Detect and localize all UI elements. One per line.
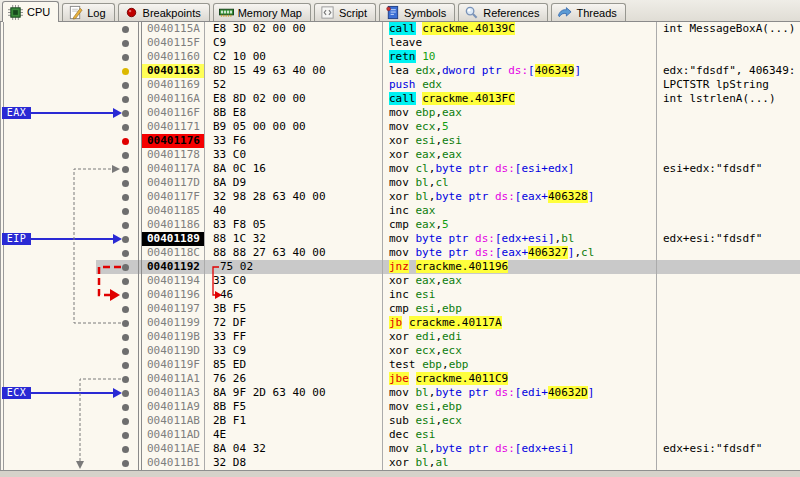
disasm-row[interactable]: 00401160C2 10 00retn 10 <box>0 50 800 64</box>
breakpoint-dot[interactable] <box>122 362 129 369</box>
breakpoint-dot[interactable] <box>122 404 129 411</box>
breakpoint-gutter[interactable] <box>0 162 139 176</box>
disasm-row[interactable]: 0040115AE8 3D 02 00 00call crackme.40139… <box>0 22 800 36</box>
breakpoint-gutter[interactable] <box>0 358 139 372</box>
disasm-row[interactable]: 0040119646inc esi <box>0 288 800 302</box>
breakpoint-dot[interactable] <box>122 26 129 33</box>
disasm-row[interactable]: 004011B132 D8xor bl,al <box>0 456 800 470</box>
breakpoint-gutter[interactable] <box>0 120 139 134</box>
disasm-row[interactable]: 0040116AE8 8D 02 00 00call crackme.4013F… <box>0 92 800 106</box>
disasm-row[interactable]: 0040116F8B E8mov ebp,eax <box>0 106 800 120</box>
breakpoint-gutter[interactable] <box>0 92 139 106</box>
breakpoint-dot[interactable] <box>122 138 129 145</box>
breakpoint-dot[interactable] <box>122 124 129 131</box>
breakpoint-dot[interactable] <box>122 222 129 229</box>
disasm-row[interactable]: 00401171B9 05 00 00 00mov ecx,5 <box>0 120 800 134</box>
breakpoint-gutter[interactable] <box>0 78 139 92</box>
breakpoint-gutter[interactable] <box>0 22 139 36</box>
breakpoint-gutter[interactable] <box>0 36 139 50</box>
breakpoint-dot[interactable] <box>122 460 129 467</box>
disasm-row[interactable]: 004011973B F5cmp esi,ebp <box>0 302 800 316</box>
breakpoint-gutter[interactable] <box>0 302 139 316</box>
disasm-row[interactable]: 0040118C88 88 27 63 40 00mov byte ptr ds… <box>0 246 800 260</box>
breakpoint-gutter[interactable] <box>0 428 139 442</box>
breakpoint-gutter[interactable] <box>0 204 139 218</box>
breakpoint-dot[interactable] <box>122 320 129 327</box>
disasm-row[interactable]: 0040116952push edxLPCTSTR lpString <box>0 78 800 92</box>
breakpoint-gutter[interactable] <box>0 134 139 148</box>
disasm-row[interactable]: 0040117633 F6xor esi,esi <box>0 134 800 148</box>
breakpoint-dot[interactable] <box>122 376 129 383</box>
breakpoint-gutter[interactable] <box>0 442 139 456</box>
tab-symbols[interactable]: Symbols <box>379 3 455 21</box>
breakpoint-gutter[interactable] <box>0 218 139 232</box>
breakpoint-dot[interactable] <box>122 208 129 215</box>
disasm-row[interactable]: 0040118540inc eax <box>0 204 800 218</box>
disasm-row[interactable]: 004011A38A 9F 2D 63 40 00mov bl,byte ptr… <box>0 386 800 400</box>
breakpoint-dot[interactable] <box>122 82 129 89</box>
breakpoint-gutter[interactable] <box>0 176 139 190</box>
breakpoint-dot[interactable] <box>122 180 129 187</box>
breakpoint-dot[interactable] <box>122 264 129 271</box>
disasm-row[interactable]: 0040119433 C0xor eax,eax <box>0 274 800 288</box>
breakpoint-dot[interactable] <box>122 236 129 243</box>
disasm-row[interactable]: 0040117F32 98 28 63 40 00xor bl,byte ptr… <box>0 190 800 204</box>
breakpoint-gutter[interactable] <box>0 288 139 302</box>
tab-cpu[interactable]: CPU <box>2 1 59 22</box>
breakpoint-dot[interactable] <box>122 292 129 299</box>
breakpoint-gutter[interactable] <box>0 64 139 78</box>
breakpoint-dot[interactable] <box>122 54 129 61</box>
disasm-row[interactable]: 0040118683 F8 05cmp eax,5 <box>0 218 800 232</box>
breakpoint-gutter[interactable] <box>0 456 139 470</box>
breakpoint-dot[interactable] <box>122 68 129 75</box>
disasm-row[interactable]: 004011638D 15 49 63 40 00lea edx,dword p… <box>0 64 800 78</box>
breakpoint-gutter[interactable] <box>0 316 139 330</box>
breakpoint-gutter[interactable] <box>0 50 139 64</box>
disasm-row[interactable]: 0040119F85 EDtest ebp,ebp <box>0 358 800 372</box>
breakpoint-dot[interactable] <box>122 446 129 453</box>
breakpoint-dot[interactable] <box>122 306 129 313</box>
breakpoint-gutter[interactable] <box>0 148 139 162</box>
breakpoint-gutter[interactable] <box>0 260 139 274</box>
tab-breakpoints[interactable]: Breakpoints <box>118 3 210 21</box>
breakpoint-dot[interactable] <box>122 278 129 285</box>
disasm-row[interactable]: 0040119B33 FFxor edi,edi <box>0 330 800 344</box>
breakpoint-gutter[interactable] <box>0 344 139 358</box>
disasm-row[interactable]: 0040118988 1C 32mov byte ptr ds:[edx+esi… <box>0 232 800 246</box>
breakpoint-dot[interactable] <box>122 390 129 397</box>
disasm-row[interactable]: 0040117A8A 0C 16mov cl,byte ptr ds:[esi+… <box>0 162 800 176</box>
disasm-row[interactable]: 0040119972 DFjb crackme.40117A <box>0 316 800 330</box>
breakpoint-dot[interactable] <box>122 334 129 341</box>
disasm-row[interactable]: 004011AE8A 04 32mov al,byte ptr ds:[edx+… <box>0 442 800 456</box>
tab-memory-map[interactable]: Memory Map <box>213 3 311 21</box>
tab-log[interactable]: Log <box>62 3 114 21</box>
breakpoint-dot[interactable] <box>122 418 129 425</box>
breakpoint-dot[interactable] <box>122 432 129 439</box>
breakpoint-gutter[interactable] <box>0 246 139 260</box>
disasm-row[interactable]: 0040115FC9leave <box>0 36 800 50</box>
disasm-row[interactable]: 0040117833 C0xor eax,eax <box>0 148 800 162</box>
disasm-row[interactable]: 004011A176 26jbe crackme.4011C9 <box>0 372 800 386</box>
breakpoint-gutter[interactable] <box>0 414 139 428</box>
tab-script[interactable]: Script <box>314 3 376 21</box>
disasm-row[interactable]: 0040119275 02jnz crackme.401196 <box>0 260 800 274</box>
disasm-row[interactable]: 004011A98B F5mov esi,ebp <box>0 400 800 414</box>
breakpoint-dot[interactable] <box>122 110 129 117</box>
disasm-row[interactable]: 0040117D8A D9mov bl,cl <box>0 176 800 190</box>
breakpoint-dot[interactable] <box>122 348 129 355</box>
breakpoint-dot[interactable] <box>122 194 129 201</box>
breakpoint-gutter[interactable] <box>0 330 139 344</box>
breakpoint-gutter[interactable] <box>0 400 139 414</box>
breakpoint-gutter[interactable] <box>0 274 139 288</box>
breakpoint-gutter[interactable] <box>0 372 139 386</box>
tab-threads[interactable]: Threads <box>551 3 625 21</box>
disasm-row[interactable]: 004011AB2B F1sub esi,ecx <box>0 414 800 428</box>
breakpoint-dot[interactable] <box>122 250 129 257</box>
breakpoint-dot[interactable] <box>122 40 129 47</box>
breakpoint-dot[interactable] <box>122 96 129 103</box>
breakpoint-dot[interactable] <box>122 152 129 159</box>
breakpoint-dot[interactable] <box>122 166 129 173</box>
disasm-row[interactable]: 0040119D33 C9xor ecx,ecx <box>0 344 800 358</box>
breakpoint-gutter[interactable] <box>0 190 139 204</box>
tab-references[interactable]: References <box>458 3 548 21</box>
